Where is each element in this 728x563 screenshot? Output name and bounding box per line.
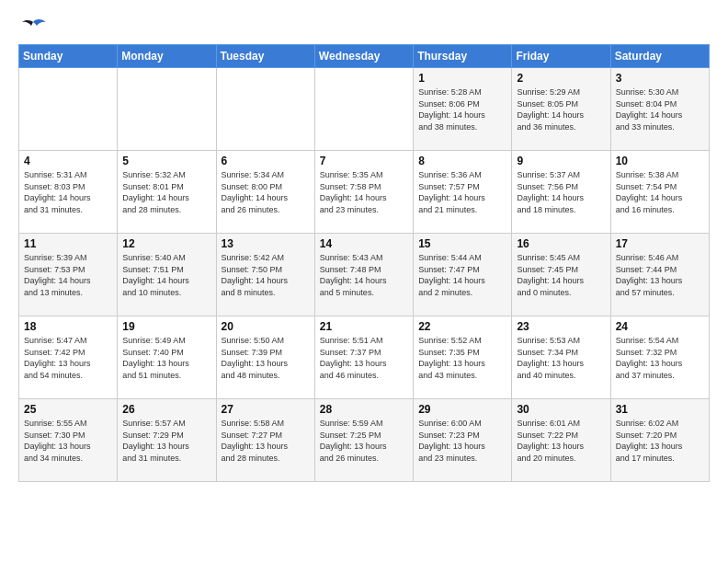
day-info: Sunrise: 5:31 AM Sunset: 8:03 PM Dayligh… [24,169,112,215]
day-number: 11 [24,237,112,250]
day-cell-5: 5Sunrise: 5:32 AM Sunset: 8:01 PM Daylig… [118,151,216,234]
day-cell-12: 12Sunrise: 5:40 AM Sunset: 7:51 PM Dayli… [118,234,216,316]
day-cell-1: 1Sunrise: 5:28 AM Sunset: 8:06 PM Daylig… [414,68,512,151]
weekday-header-wednesday: Wednesday [314,45,413,68]
day-info: Sunrise: 5:45 AM Sunset: 7:45 PM Dayligh… [517,252,605,298]
day-number: 12 [122,237,210,250]
day-number: 26 [122,403,210,416]
day-cell-21: 21Sunrise: 5:51 AM Sunset: 7:37 PM Dayli… [314,316,413,399]
day-number: 27 [222,403,310,416]
day-info: Sunrise: 5:43 AM Sunset: 7:48 PM Dayligh… [320,252,408,298]
day-info: Sunrise: 5:36 AM Sunset: 7:57 PM Dayligh… [418,169,506,215]
day-cell-22: 22Sunrise: 5:52 AM Sunset: 7:35 PM Dayli… [414,316,512,399]
day-number: 2 [517,72,605,85]
day-info: Sunrise: 5:35 AM Sunset: 7:58 PM Dayligh… [320,169,408,215]
day-cell-10: 10Sunrise: 5:38 AM Sunset: 7:54 PM Dayli… [610,151,709,234]
day-info: Sunrise: 5:49 AM Sunset: 7:40 PM Dayligh… [122,335,210,381]
day-cell-29: 29Sunrise: 6:00 AM Sunset: 7:23 PM Dayli… [414,399,512,482]
day-cell-14: 14Sunrise: 5:43 AM Sunset: 7:48 PM Dayli… [314,234,413,316]
day-info: Sunrise: 5:57 AM Sunset: 7:29 PM Dayligh… [122,418,210,464]
day-number: 5 [122,155,210,167]
weekday-header-monday: Monday [118,45,216,68]
day-number: 23 [517,320,605,333]
day-cell-16: 16Sunrise: 5:45 AM Sunset: 7:45 PM Dayli… [512,234,610,316]
day-info: Sunrise: 5:42 AM Sunset: 7:50 PM Dayligh… [222,252,310,298]
day-info: Sunrise: 5:34 AM Sunset: 8:00 PM Dayligh… [222,169,310,215]
day-number: 13 [222,237,310,250]
day-number: 30 [517,403,605,416]
day-number: 18 [24,320,112,333]
day-cell-8: 8Sunrise: 5:36 AM Sunset: 7:57 PM Daylig… [414,151,512,234]
day-number: 6 [222,155,310,167]
day-info: Sunrise: 5:58 AM Sunset: 7:27 PM Dayligh… [222,418,310,464]
empty-cell [314,68,413,151]
weekday-header-saturday: Saturday [610,45,709,68]
day-cell-3: 3Sunrise: 5:30 AM Sunset: 8:04 PM Daylig… [610,68,709,151]
day-info: Sunrise: 5:51 AM Sunset: 7:37 PM Dayligh… [320,335,408,381]
day-cell-11: 11Sunrise: 5:39 AM Sunset: 7:53 PM Dayli… [19,234,118,316]
day-number: 1 [418,72,506,85]
day-number: 7 [320,155,408,167]
day-number: 21 [320,320,408,333]
day-info: Sunrise: 5:55 AM Sunset: 7:30 PM Dayligh… [24,418,112,464]
day-number: 17 [616,237,704,250]
day-number: 15 [418,237,506,250]
day-number: 4 [24,155,112,167]
day-info: Sunrise: 5:54 AM Sunset: 7:32 PM Dayligh… [616,335,704,381]
day-info: Sunrise: 5:59 AM Sunset: 7:25 PM Dayligh… [320,418,408,464]
day-info: Sunrise: 5:40 AM Sunset: 7:51 PM Dayligh… [122,252,210,298]
day-number: 24 [616,320,704,333]
day-number: 22 [418,320,506,333]
day-cell-19: 19Sunrise: 5:49 AM Sunset: 7:40 PM Dayli… [118,316,216,399]
weekday-header-thursday: Thursday [414,45,512,68]
day-info: Sunrise: 5:38 AM Sunset: 7:54 PM Dayligh… [616,169,704,215]
day-cell-15: 15Sunrise: 5:44 AM Sunset: 7:47 PM Dayli… [414,234,512,316]
day-info: Sunrise: 5:44 AM Sunset: 7:47 PM Dayligh… [418,252,506,298]
page: SundayMondayTuesdayWednesdayThursdayFrid… [0,0,728,491]
day-info: Sunrise: 5:39 AM Sunset: 7:53 PM Dayligh… [24,252,112,298]
day-cell-26: 26Sunrise: 5:57 AM Sunset: 7:29 PM Dayli… [118,399,216,482]
day-info: Sunrise: 5:32 AM Sunset: 8:01 PM Dayligh… [122,169,210,215]
week-row-1: 4Sunrise: 5:31 AM Sunset: 8:03 PM Daylig… [19,151,710,234]
day-cell-28: 28Sunrise: 5:59 AM Sunset: 7:25 PM Dayli… [314,399,413,482]
day-cell-23: 23Sunrise: 5:53 AM Sunset: 7:34 PM Dayli… [512,316,610,399]
day-cell-4: 4Sunrise: 5:31 AM Sunset: 8:03 PM Daylig… [19,151,118,234]
day-info: Sunrise: 5:29 AM Sunset: 8:05 PM Dayligh… [517,86,605,132]
weekday-header-tuesday: Tuesday [216,45,314,68]
day-info: Sunrise: 5:30 AM Sunset: 8:04 PM Dayligh… [616,86,704,132]
day-info: Sunrise: 5:52 AM Sunset: 7:35 PM Dayligh… [418,335,506,381]
day-number: 19 [122,320,210,333]
day-info: Sunrise: 6:01 AM Sunset: 7:22 PM Dayligh… [517,418,605,464]
day-info: Sunrise: 5:50 AM Sunset: 7:39 PM Dayligh… [222,335,310,381]
day-number: 10 [616,155,704,167]
day-info: Sunrise: 5:53 AM Sunset: 7:34 PM Dayligh… [517,335,605,381]
header [18,18,710,35]
day-cell-25: 25Sunrise: 5:55 AM Sunset: 7:30 PM Dayli… [19,399,118,482]
day-cell-30: 30Sunrise: 6:01 AM Sunset: 7:22 PM Dayli… [512,399,610,482]
day-number: 28 [320,403,408,416]
logo [18,18,46,35]
weekday-header-row: SundayMondayTuesdayWednesdayThursdayFrid… [19,45,710,68]
day-cell-9: 9Sunrise: 5:37 AM Sunset: 7:56 PM Daylig… [512,151,610,234]
day-number: 20 [222,320,310,333]
day-cell-18: 18Sunrise: 5:47 AM Sunset: 7:42 PM Dayli… [19,316,118,399]
day-info: Sunrise: 5:47 AM Sunset: 7:42 PM Dayligh… [24,335,112,381]
day-info: Sunrise: 5:46 AM Sunset: 7:44 PM Dayligh… [616,252,704,298]
day-info: Sunrise: 5:28 AM Sunset: 8:06 PM Dayligh… [418,86,506,132]
day-cell-27: 27Sunrise: 5:58 AM Sunset: 7:27 PM Dayli… [216,399,314,482]
day-info: Sunrise: 6:00 AM Sunset: 7:23 PM Dayligh… [418,418,506,464]
empty-cell [118,68,216,151]
day-info: Sunrise: 5:37 AM Sunset: 7:56 PM Dayligh… [517,169,605,215]
day-number: 9 [517,155,605,167]
day-cell-2: 2Sunrise: 5:29 AM Sunset: 8:05 PM Daylig… [512,68,610,151]
day-info: Sunrise: 6:02 AM Sunset: 7:20 PM Dayligh… [616,418,704,464]
day-cell-7: 7Sunrise: 5:35 AM Sunset: 7:58 PM Daylig… [314,151,413,234]
week-row-3: 18Sunrise: 5:47 AM Sunset: 7:42 PM Dayli… [19,316,710,399]
day-cell-6: 6Sunrise: 5:34 AM Sunset: 8:00 PM Daylig… [216,151,314,234]
day-number: 8 [418,155,506,167]
weekday-header-friday: Friday [512,45,610,68]
day-cell-24: 24Sunrise: 5:54 AM Sunset: 7:32 PM Dayli… [610,316,709,399]
logo-bird-icon [20,18,46,39]
week-row-4: 25Sunrise: 5:55 AM Sunset: 7:30 PM Dayli… [19,399,710,482]
day-number: 29 [418,403,506,416]
